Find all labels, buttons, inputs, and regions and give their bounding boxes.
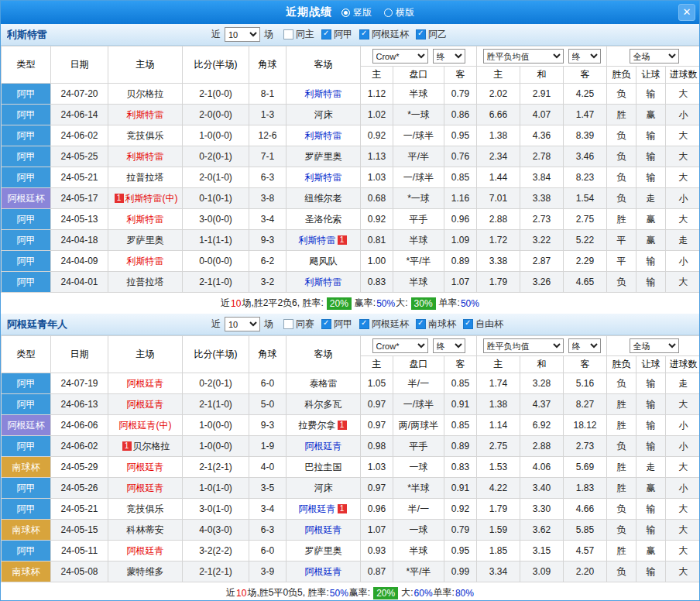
- handicap-result-cell: 输: [637, 562, 666, 582]
- red-card-badge: 1: [338, 504, 347, 513]
- eu-home-cell: 1.79: [477, 499, 520, 520]
- final-odds-select[interactable]: 终: [568, 338, 601, 353]
- eu-home-cell: 2.34: [477, 146, 520, 167]
- bookmaker-select[interactable]: Crow*: [372, 338, 428, 353]
- corner-cell: 4-0: [249, 457, 287, 478]
- team-name: 蒙特维多: [127, 566, 164, 577]
- team-name: 河床: [314, 483, 333, 493]
- team-name: 利斯特雷: [127, 151, 164, 162]
- final-odds-select[interactable]: 终: [433, 49, 465, 64]
- scope-select[interactable]: 全场: [630, 338, 679, 353]
- score-cell: 2-1(2-1): [183, 457, 249, 478]
- col-header-score: 比分(半场): [183, 46, 249, 84]
- eu-home-cell: 6.66: [477, 105, 520, 125]
- winloss-avg-select[interactable]: 胜平负均值: [483, 49, 564, 64]
- summary-text: 单率:: [439, 297, 460, 310]
- summary-text: 近: [226, 586, 235, 599]
- score-cell: 2-0(0-0): [183, 105, 249, 125]
- orientation-radio[interactable]: 横版: [384, 6, 414, 19]
- eu-draw-cell: 4.06: [520, 457, 564, 478]
- eu-home-cell: 1.74: [477, 373, 520, 394]
- filter-checkbox[interactable]: 自由杯: [463, 318, 503, 331]
- checkbox-icon[interactable]: [463, 319, 473, 329]
- euro-odds-group-header: 胜平负均值 终: [477, 46, 607, 67]
- orientation-radio[interactable]: 竖版: [341, 6, 372, 19]
- checkbox-icon[interactable]: [283, 29, 293, 39]
- team-name: 拉普拉塔: [127, 276, 164, 287]
- bookmaker-select[interactable]: Crow*: [372, 49, 428, 64]
- goals-cell: 大: [666, 562, 700, 582]
- date-cell: 24-05-15: [51, 520, 108, 541]
- goals-cell: 大: [666, 84, 700, 105]
- handicap-result-cell: 输: [637, 84, 666, 105]
- checkbox-icon[interactable]: [359, 29, 369, 39]
- euro-odds-group-header: 胜平负均值 终: [477, 336, 607, 356]
- checkbox-icon[interactable]: [321, 319, 331, 329]
- col-header-away: 客场: [287, 46, 361, 84]
- checkbox-icon[interactable]: [416, 319, 426, 329]
- filter-checkbox[interactable]: 同赛: [283, 318, 314, 331]
- col-header-date: 日期: [51, 46, 108, 84]
- odds-home-cell: 0.97: [361, 478, 393, 499]
- odds-home-cell: 0.97: [361, 415, 393, 436]
- recent-count-select[interactable]: 10: [225, 27, 260, 42]
- col-header-eu-draw: 和: [520, 67, 564, 84]
- filter-checkbox[interactable]: 阿甲: [321, 318, 352, 331]
- eu-away-cell: 2.75: [564, 209, 607, 230]
- eu-draw-cell: 4.36: [520, 125, 564, 146]
- recent-count-select[interactable]: 10: [225, 317, 260, 331]
- filter-checkbox[interactable]: 阿根廷杯: [359, 28, 409, 41]
- score-cell: 2-1(0-0): [183, 84, 249, 105]
- recent-label-post: 场: [264, 318, 273, 331]
- score-cell: 0-1(0-1): [183, 188, 249, 209]
- filter-checkbox[interactable]: 阿甲: [321, 28, 352, 41]
- corner-cell: 6-0: [249, 541, 287, 562]
- checkbox-icon[interactable]: [416, 29, 426, 39]
- asian-odds-group-header: Crow* 终: [361, 336, 477, 356]
- match-row: 阿甲24-04-18罗萨里奥1-1(1-1)9-3利斯特雷10.81半球1.09…: [2, 230, 700, 251]
- winloss-avg-select[interactable]: 胜平负均值: [483, 338, 564, 353]
- handicap-result-cell: 输: [637, 272, 666, 293]
- radio-icon[interactable]: [341, 9, 350, 17]
- team-name: 贝尔格拉: [133, 441, 170, 452]
- team-name: 利斯特雷: [127, 214, 164, 225]
- radio-label: 竖版: [353, 6, 372, 19]
- radio-icon[interactable]: [384, 9, 393, 17]
- matches-body: 阿甲24-07-19阿根廷青0-2(0-1)6-0泰格雷1.05半/一0.851…: [2, 373, 700, 582]
- league-cell: 阿甲: [2, 209, 51, 230]
- eu-home-cell: 3.38: [477, 251, 520, 272]
- handicap-cell: *半球: [393, 478, 444, 499]
- home-team-cell: 阿根廷青: [108, 394, 183, 415]
- checkbox-icon[interactable]: [283, 319, 293, 329]
- checkbox-icon[interactable]: [359, 319, 369, 329]
- odds-home-cell: 0.93: [361, 541, 393, 562]
- score-cell: 1-0(0-0): [183, 436, 249, 457]
- orientation-radio-group: 竖版横版: [341, 6, 414, 19]
- filter-checkbox[interactable]: 阿乙: [416, 28, 447, 41]
- panel-header: 阿根廷青年人 近 10 场 同赛阿甲阿根廷杯南球杯自由杯: [1, 314, 699, 335]
- eu-home-cell: 3.34: [477, 562, 520, 582]
- corner-cell: 9-3: [249, 415, 287, 436]
- match-row: 南球杯24-05-29阿根廷青2-1(2-1)4-0巴拉圭国1.03一球0.83…: [2, 457, 700, 478]
- rate-badge: 20%: [373, 587, 398, 599]
- odds-home-cell: 1.07: [361, 520, 393, 541]
- checkbox-icon[interactable]: [321, 29, 331, 39]
- filter-checkbox[interactable]: 同主: [283, 28, 314, 41]
- scope-select[interactable]: 全场: [630, 49, 679, 64]
- filter-checkbox[interactable]: 阿根廷杯: [359, 318, 409, 331]
- eu-home-cell: 4.22: [477, 478, 520, 499]
- filter-checkbox[interactable]: 南球杯: [416, 318, 456, 331]
- checkbox-label: 阿乙: [428, 28, 447, 41]
- score-cell: 2-1(1-0): [183, 272, 249, 293]
- close-button[interactable]: ✕: [678, 4, 695, 21]
- final-odds-select[interactable]: 终: [568, 49, 601, 64]
- col-header-handicap: 盘口: [393, 356, 444, 373]
- odds-away-cell: 0.79: [444, 84, 477, 105]
- panel-header: 利斯特雷 近 10 场 同主阿甲阿根廷杯阿乙: [1, 24, 699, 46]
- final-odds-select[interactable]: 终: [433, 338, 465, 353]
- rate-badge: 30%: [411, 297, 436, 310]
- odds-home-cell: 0.83: [361, 272, 393, 293]
- summary-text: 50%: [461, 298, 479, 309]
- goals-cell: 小: [666, 478, 700, 499]
- team-name: 利斯特雷: [127, 256, 164, 266]
